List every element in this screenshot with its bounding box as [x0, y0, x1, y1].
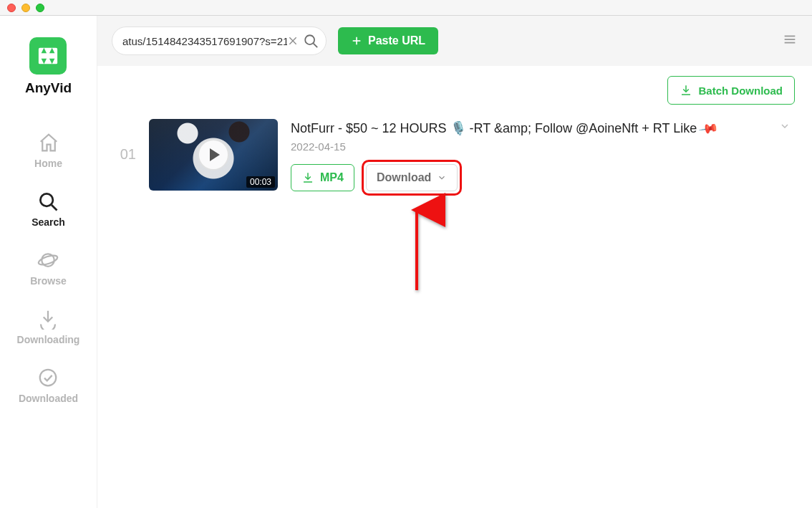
download-options-label: Download [377, 171, 431, 184]
clear-input-button[interactable] [287, 35, 299, 47]
app-logo-icon [37, 45, 59, 67]
sidebar-item-label: Browse [30, 275, 67, 287]
svg-point-9 [40, 370, 57, 386]
title-part: NotFurr - $50 ~ 12 HOURS [291, 121, 450, 135]
paste-url-button[interactable]: Paste URL [338, 27, 438, 54]
download-mp4-button[interactable]: MP4 [291, 164, 354, 191]
paste-url-label: Paste URL [368, 34, 425, 47]
svg-point-5 [41, 193, 54, 206]
video-date: 2022-04-15 [291, 140, 795, 153]
url-search-box[interactable] [112, 27, 327, 55]
menu-button[interactable] [782, 32, 798, 50]
window-minimize-button[interactable] [21, 4, 30, 12]
home-icon [38, 132, 59, 153]
sidebar: AnyVid Home Search [0, 16, 97, 508]
result-index: 01 [115, 119, 136, 163]
download-icon [680, 84, 692, 97]
download-icon [301, 171, 314, 184]
url-input[interactable] [122, 35, 287, 47]
mp4-label: MP4 [320, 171, 344, 184]
play-button[interactable] [198, 139, 229, 171]
download-progress-icon [37, 308, 59, 330]
sidebar-item-label: Downloaded [19, 393, 78, 404]
sidebar-item-home[interactable]: Home [34, 132, 62, 169]
svg-line-6 [52, 205, 57, 211]
sidebar-item-label: Home [34, 158, 62, 169]
main-area: Paste URL Batch Download [97, 16, 812, 508]
close-icon [287, 35, 299, 47]
sidebar-item-label: Downloading [17, 334, 80, 345]
window-maximize-button[interactable] [36, 4, 44, 12]
mic-icon: 🎙️ [450, 121, 466, 135]
plus-icon [351, 35, 362, 47]
search-icon [37, 191, 59, 212]
result-actions: MP4 Download [291, 164, 795, 191]
collapse-result-button[interactable] [779, 120, 791, 135]
sidebar-item-search[interactable]: Search [32, 191, 65, 228]
pin-icon: 📌 [697, 120, 720, 136]
svg-line-13 [314, 44, 318, 47]
sidebar-item-browse[interactable]: Browse [30, 249, 67, 287]
video-thumbnail[interactable]: 00:03 [149, 119, 278, 191]
window-titlebar [0, 0, 812, 16]
batch-download-button[interactable]: Batch Download [667, 76, 795, 105]
sidebar-item-label: Search [32, 216, 65, 228]
svg-rect-0 [39, 48, 57, 64]
search-button[interactable] [303, 33, 319, 49]
app-logo-block: AnyVid [25, 37, 72, 96]
search-icon [303, 33, 319, 49]
app-name: AnyVid [25, 80, 72, 96]
video-title: NotFurr - $50 ~ 12 HOURS 🎙️ -RT &amp; Fo… [291, 120, 795, 136]
window-close-button[interactable] [7, 4, 16, 12]
sidebar-nav: Home Search Browse [0, 132, 97, 404]
planet-icon [37, 249, 59, 271]
sidebar-item-downloaded[interactable]: Downloaded [19, 367, 78, 404]
results-toolbar: Batch Download [97, 66, 812, 112]
app-logo [29, 37, 67, 75]
arrow-up-icon [408, 206, 425, 292]
video-duration: 00:03 [246, 176, 275, 188]
title-part: -RT &amp; Follow @AoineNft + RT Like [466, 121, 701, 135]
chevron-down-icon [779, 120, 791, 132]
download-options-button[interactable]: Download [366, 164, 458, 191]
result-item: 01 00:03 NotFurr - $50 ~ 12 HOURS 🎙️ -RT… [115, 119, 795, 191]
sidebar-item-downloading[interactable]: Downloading [17, 308, 80, 345]
result-meta: NotFurr - $50 ~ 12 HOURS 🎙️ -RT &amp; Fo… [291, 119, 795, 191]
svg-point-12 [305, 35, 314, 44]
results-list: 01 00:03 NotFurr - $50 ~ 12 HOURS 🎙️ -RT… [97, 112, 812, 280]
chevron-down-icon [437, 173, 447, 183]
batch-download-label: Batch Download [698, 85, 783, 97]
menu-icon [782, 32, 798, 47]
topbar: Paste URL [97, 16, 812, 66]
svg-point-8 [38, 254, 59, 267]
check-circle-icon [37, 367, 59, 388]
